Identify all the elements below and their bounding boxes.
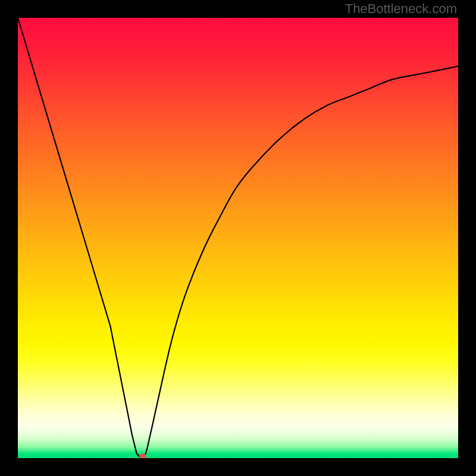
watermark-text: TheBottleneck.com <box>345 1 457 17</box>
curve-svg <box>18 18 458 458</box>
plot-area <box>18 18 458 458</box>
bottleneck-curve <box>18 18 458 458</box>
chart-container: TheBottleneck.com <box>0 0 476 476</box>
